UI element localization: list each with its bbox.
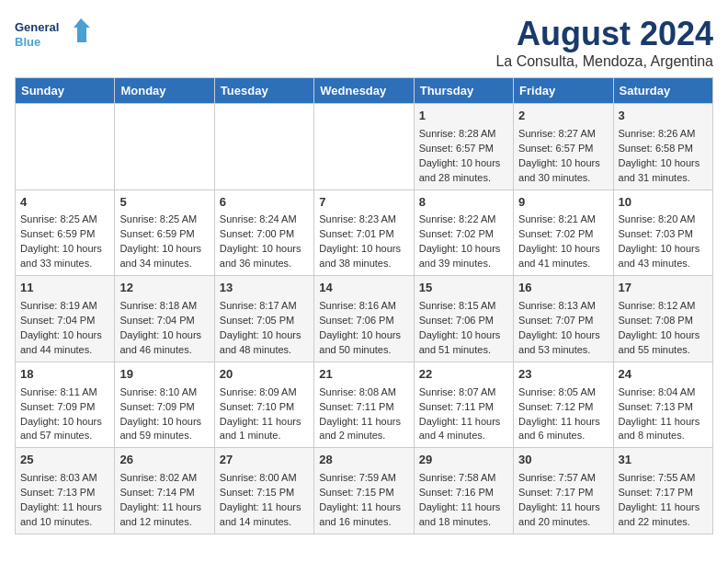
cell-content-line: Sunrise: 8:04 AM [619, 385, 708, 400]
calendar-cell [115, 104, 214, 190]
day-number: 26 [119, 452, 209, 469]
calendar-cell: 31Sunrise: 7:55 AMSunset: 7:17 PMDayligh… [613, 448, 712, 534]
cell-content-line: Sunrise: 8:27 AM [518, 127, 608, 142]
calendar-cell: 26Sunrise: 8:02 AMSunset: 7:14 PMDayligh… [115, 448, 214, 534]
day-number: 22 [419, 366, 508, 384]
calendar-cell: 13Sunrise: 8:17 AMSunset: 7:05 PMDayligh… [214, 276, 313, 362]
calendar-cell: 7Sunrise: 8:23 AMSunset: 7:01 PMDaylight… [314, 190, 414, 276]
cell-content-line: and 30 minutes. [518, 171, 608, 186]
title-section: August 2024 La Consulta, Mendoza, Argent… [495, 15, 713, 70]
cell-content-line: Sunrise: 8:02 AM [119, 471, 209, 486]
calendar-cell: 12Sunrise: 8:18 AMSunset: 7:04 PMDayligh… [115, 276, 214, 362]
calendar-cell: 30Sunrise: 7:57 AMSunset: 7:17 PMDayligh… [514, 448, 613, 534]
cell-content-line: Sunset: 7:02 PM [419, 227, 508, 242]
calendar-cell: 14Sunrise: 8:16 AMSunset: 7:06 PMDayligh… [314, 276, 414, 362]
cell-content-line: Daylight: 10 hours [619, 242, 708, 257]
cell-content-line: Daylight: 10 hours [419, 328, 508, 343]
day-number: 31 [619, 452, 708, 469]
header-sunday: Sunday [16, 78, 115, 104]
calendar-cell: 21Sunrise: 8:08 AMSunset: 7:11 PMDayligh… [314, 362, 414, 448]
cell-content-line: and 16 minutes. [319, 515, 408, 530]
calendar-cell: 6Sunrise: 8:24 AMSunset: 7:00 PMDaylight… [214, 190, 313, 276]
cell-content-line: Sunset: 7:15 PM [319, 486, 408, 500]
cell-content-line: and 46 minutes. [119, 343, 209, 358]
cell-content-line: and 14 minutes. [220, 515, 309, 530]
day-number: 28 [319, 452, 408, 469]
header-monday: Monday [115, 78, 214, 104]
day-number: 1 [419, 108, 508, 125]
cell-content-line: Sunrise: 8:28 AM [419, 127, 508, 142]
cell-content-line: Daylight: 11 hours [518, 500, 608, 515]
cell-content-line: Sunrise: 8:16 AM [319, 299, 408, 314]
day-number: 15 [419, 280, 508, 297]
cell-content-line: Daylight: 11 hours [419, 415, 508, 430]
cell-content-line: Sunrise: 8:20 AM [619, 213, 708, 227]
calendar-cell: 3Sunrise: 8:26 AMSunset: 6:58 PMDaylight… [613, 104, 712, 190]
calendar-cell: 20Sunrise: 8:09 AMSunset: 7:10 PMDayligh… [214, 362, 313, 448]
cell-content-line: Sunrise: 8:23 AM [319, 213, 408, 227]
cell-content-line: Sunset: 7:17 PM [619, 486, 708, 500]
cell-content-line: Sunset: 7:04 PM [20, 314, 109, 328]
cell-content-line: Daylight: 11 hours [220, 500, 309, 515]
cell-content-line: Sunset: 7:13 PM [20, 486, 109, 500]
calendar-cell: 5Sunrise: 8:25 AMSunset: 6:59 PMDaylight… [115, 190, 214, 276]
cell-content-line: Sunset: 7:07 PM [518, 314, 608, 328]
cell-content-line: Daylight: 10 hours [518, 328, 608, 343]
cell-content-line: Daylight: 10 hours [619, 156, 708, 171]
cell-content-line: Sunrise: 8:22 AM [419, 213, 508, 227]
cell-content-line: and 18 minutes. [419, 515, 508, 530]
cell-content-line: Sunset: 7:09 PM [119, 400, 209, 415]
cell-content-line: Sunrise: 8:18 AM [119, 299, 209, 314]
cell-content-line: and 43 minutes. [619, 257, 708, 271]
cell-content-line: Sunset: 7:10 PM [220, 400, 309, 415]
day-number: 29 [419, 452, 508, 469]
cell-content-line: and 59 minutes. [119, 429, 209, 443]
calendar-title: August 2024 [495, 15, 713, 53]
cell-content-line: Sunrise: 8:13 AM [518, 299, 608, 314]
header-thursday: Thursday [414, 78, 513, 104]
cell-content-line: Sunrise: 8:25 AM [119, 213, 209, 227]
cell-content-line: Daylight: 11 hours [619, 415, 708, 430]
day-number: 18 [20, 366, 109, 384]
calendar-cell: 17Sunrise: 8:12 AMSunset: 7:08 PMDayligh… [613, 276, 712, 362]
day-number: 12 [119, 280, 209, 297]
cell-content-line: Sunrise: 8:00 AM [220, 471, 309, 486]
cell-content-line: and 55 minutes. [619, 343, 708, 358]
cell-content-line: and 6 minutes. [518, 429, 608, 443]
header-tuesday: Tuesday [214, 78, 313, 104]
cell-content-line: and 33 minutes. [20, 257, 109, 271]
header-friday: Friday [514, 78, 613, 104]
cell-content-line: Sunset: 7:04 PM [119, 314, 209, 328]
cell-content-line: and 10 minutes. [20, 515, 109, 530]
cell-content-line: Sunrise: 7:58 AM [419, 471, 508, 486]
calendar-cell [16, 104, 115, 190]
cell-content-line: Daylight: 10 hours [419, 242, 508, 257]
calendar-cell: 28Sunrise: 7:59 AMSunset: 7:15 PMDayligh… [314, 448, 414, 534]
day-number: 3 [619, 108, 708, 125]
cell-content-line: Sunrise: 8:15 AM [419, 299, 508, 314]
cell-content-line: Daylight: 10 hours [518, 242, 608, 257]
cell-content-line: and 12 minutes. [119, 515, 209, 530]
cell-content-line: Sunrise: 8:19 AM [20, 299, 109, 314]
calendar-week-row: 4Sunrise: 8:25 AMSunset: 6:59 PMDaylight… [16, 190, 713, 276]
cell-content-line: Daylight: 10 hours [119, 242, 209, 257]
cell-content-line: and 4 minutes. [419, 429, 508, 443]
cell-content-line: Daylight: 10 hours [119, 415, 209, 430]
calendar-cell: 22Sunrise: 8:07 AMSunset: 7:11 PMDayligh… [414, 362, 513, 448]
cell-content-line: Sunset: 7:11 PM [319, 400, 408, 415]
calendar-cell: 1Sunrise: 8:28 AMSunset: 6:57 PMDaylight… [414, 104, 513, 190]
cell-content-line: Daylight: 10 hours [220, 328, 309, 343]
cell-content-line: and 2 minutes. [319, 429, 408, 443]
day-number: 11 [20, 280, 109, 297]
cell-content-line: Sunrise: 8:07 AM [419, 385, 508, 400]
cell-content-line: Sunrise: 8:21 AM [518, 213, 608, 227]
cell-content-line: Daylight: 10 hours [20, 328, 109, 343]
cell-content-line: Sunset: 7:02 PM [518, 227, 608, 242]
calendar-cell: 25Sunrise: 8:03 AMSunset: 7:13 PMDayligh… [16, 448, 115, 534]
calendar-cell: 29Sunrise: 7:58 AMSunset: 7:16 PMDayligh… [414, 448, 513, 534]
cell-content-line: Sunrise: 8:05 AM [518, 385, 608, 400]
cell-content-line: Sunrise: 8:10 AM [119, 385, 209, 400]
cell-content-line: Daylight: 10 hours [20, 242, 109, 257]
day-number: 27 [220, 452, 309, 469]
calendar-week-row: 25Sunrise: 8:03 AMSunset: 7:13 PMDayligh… [16, 448, 713, 534]
